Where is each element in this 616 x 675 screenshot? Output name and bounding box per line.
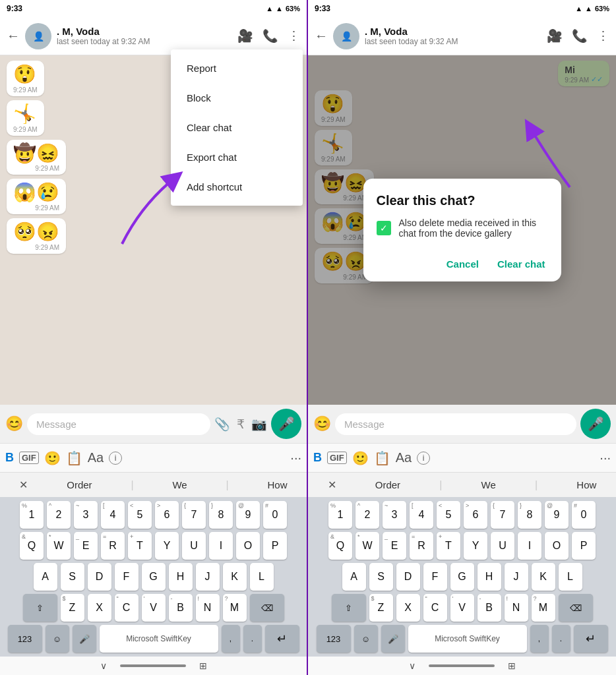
- key-dot-right[interactable]: .: [552, 625, 570, 653]
- back-arrow-icon[interactable]: ←: [7, 28, 20, 44]
- suggestion-x-right[interactable]: ✕: [328, 479, 336, 491]
- key-6-left[interactable]: >6: [155, 501, 179, 529]
- key-l-right[interactable]: L: [559, 563, 582, 591]
- video-call-icon[interactable]: 🎥: [237, 28, 253, 44]
- gif-icon[interactable]: GIF: [19, 452, 39, 464]
- key-v-right[interactable]: 'V: [450, 594, 474, 622]
- back-arrow-icon-right[interactable]: ←: [315, 28, 328, 44]
- attachment-icon[interactable]: 📎: [214, 417, 230, 432]
- key-x-left[interactable]: X: [88, 594, 111, 622]
- key-7-right[interactable]: {7: [491, 501, 514, 529]
- key-k-right[interactable]: K: [532, 563, 555, 591]
- menu-item-block[interactable]: Block: [171, 83, 303, 113]
- cancel-button[interactable]: Cancel: [444, 254, 481, 274]
- phone-icon-right[interactable]: 📞: [572, 28, 588, 44]
- key-mic-bottom-left[interactable]: 🎤: [73, 625, 96, 653]
- key-z-left[interactable]: $Z: [61, 594, 84, 622]
- key-q-right[interactable]: &Q: [328, 532, 352, 560]
- key-d-left[interactable]: D: [88, 563, 111, 591]
- key-y-left[interactable]: Y: [155, 532, 179, 560]
- menu-item-add-shortcut[interactable]: Add shortcut: [171, 172, 303, 202]
- key-p-right[interactable]: P: [572, 532, 596, 560]
- key-a-left[interactable]: A: [34, 563, 57, 591]
- bing-icon-right[interactable]: B: [313, 451, 322, 465]
- key-s-left[interactable]: S: [61, 563, 84, 591]
- key-1-left[interactable]: %1: [20, 501, 44, 529]
- key-u-right[interactable]: U: [491, 532, 514, 560]
- rupee-icon[interactable]: ₹: [237, 417, 245, 432]
- key-t-left[interactable]: +T: [128, 532, 152, 560]
- key-3-left[interactable]: ~3: [74, 501, 98, 529]
- clipboard-icon-right[interactable]: 📋: [374, 450, 390, 466]
- key-9-right[interactable]: @9: [545, 501, 569, 529]
- key-p-left[interactable]: P: [263, 532, 287, 560]
- key-emoji-left[interactable]: ☺: [46, 625, 69, 653]
- key-c-left[interactable]: "C: [115, 594, 139, 622]
- key-e-left[interactable]: _E: [74, 532, 98, 560]
- nav-grid-left[interactable]: ⊞: [199, 660, 207, 671]
- message-input-left[interactable]: Message: [27, 413, 210, 435]
- key-0-left[interactable]: #0: [263, 501, 287, 529]
- key-a-right[interactable]: A: [342, 563, 366, 591]
- key-3-right[interactable]: ~3: [383, 501, 406, 529]
- key-n-left[interactable]: !N: [196, 594, 220, 622]
- info-icon-right[interactable]: i: [417, 452, 430, 465]
- key-4-left[interactable]: [4: [101, 501, 125, 529]
- gif-icon-right[interactable]: GIF: [327, 452, 347, 464]
- key-x-right[interactable]: X: [396, 594, 420, 622]
- backspace-key-right[interactable]: ⌫: [559, 594, 593, 622]
- key-g-right[interactable]: G: [450, 563, 474, 591]
- nav-grid-right[interactable]: ⊞: [508, 660, 516, 671]
- key-8-left[interactable]: }8: [209, 501, 233, 529]
- more-options-icon[interactable]: ⋮: [288, 28, 300, 44]
- key-e-right[interactable]: _E: [383, 532, 406, 560]
- key-4-right[interactable]: [4: [410, 501, 433, 529]
- menu-item-export-chat[interactable]: Export chat: [171, 142, 303, 172]
- key-6-right[interactable]: >6: [464, 501, 487, 529]
- enter-key-right[interactable]: ↵: [574, 625, 608, 653]
- menu-item-clear-chat[interactable]: Clear chat: [171, 113, 303, 142]
- key-h-right[interactable]: H: [477, 563, 501, 591]
- camera-icon[interactable]: 📷: [251, 417, 267, 432]
- key-0-right[interactable]: #0: [572, 501, 596, 529]
- delete-media-checkbox[interactable]: ✓: [377, 221, 391, 235]
- sticker-icon-right[interactable]: 🙂: [352, 450, 369, 466]
- key-2-left[interactable]: ^2: [47, 501, 71, 529]
- emoji-keyboard-icon[interactable]: 😊: [5, 415, 23, 432]
- enter-key-left[interactable]: ↵: [265, 625, 299, 653]
- key-o-right[interactable]: O: [545, 532, 569, 560]
- key-j-right[interactable]: J: [505, 563, 528, 591]
- clear-chat-button[interactable]: Clear chat: [495, 254, 548, 274]
- key-2-right[interactable]: ^2: [355, 501, 379, 529]
- key-d-right[interactable]: D: [396, 563, 420, 591]
- key-y-right[interactable]: Y: [464, 532, 487, 560]
- key-5-right[interactable]: <5: [437, 501, 460, 529]
- key-t-right[interactable]: +T: [437, 532, 460, 560]
- key-w-left[interactable]: *W: [47, 532, 71, 560]
- key-u-left[interactable]: U: [182, 532, 206, 560]
- key-comma-right[interactable]: ,: [530, 625, 549, 653]
- emoji-keyboard-icon-right[interactable]: 😊: [313, 415, 331, 432]
- shift-key-right[interactable]: ⇧: [332, 594, 366, 622]
- clipboard-icon[interactable]: 📋: [66, 450, 82, 466]
- bing-icon[interactable]: B: [5, 451, 14, 465]
- key-r-left[interactable]: =R: [101, 532, 125, 560]
- key-f-left[interactable]: F: [115, 563, 139, 591]
- font-icon[interactable]: Aa: [88, 450, 104, 465]
- suggestion-order-right[interactable]: Order: [375, 479, 400, 490]
- key-s-right[interactable]: S: [369, 563, 393, 591]
- key-emoji-right[interactable]: ☺: [354, 625, 378, 653]
- phone-icon[interactable]: 📞: [262, 28, 278, 44]
- suggestion-order-left[interactable]: Order: [67, 479, 92, 490]
- mic-button-right[interactable]: 🎤: [580, 409, 611, 439]
- suggestion-x-left[interactable]: ✕: [19, 479, 28, 491]
- sticker-icon[interactable]: 🙂: [44, 450, 61, 466]
- suggestion-how-right[interactable]: How: [576, 479, 596, 490]
- nav-back-right[interactable]: ∨: [409, 660, 416, 671]
- key-m-left[interactable]: ?M: [223, 594, 247, 622]
- menu-item-report[interactable]: Report: [171, 53, 303, 83]
- key-z-right[interactable]: $Z: [369, 594, 393, 622]
- key-mic-bottom-right[interactable]: 🎤: [381, 625, 405, 653]
- key-g-left[interactable]: G: [142, 563, 166, 591]
- key-o-left[interactable]: O: [236, 532, 260, 560]
